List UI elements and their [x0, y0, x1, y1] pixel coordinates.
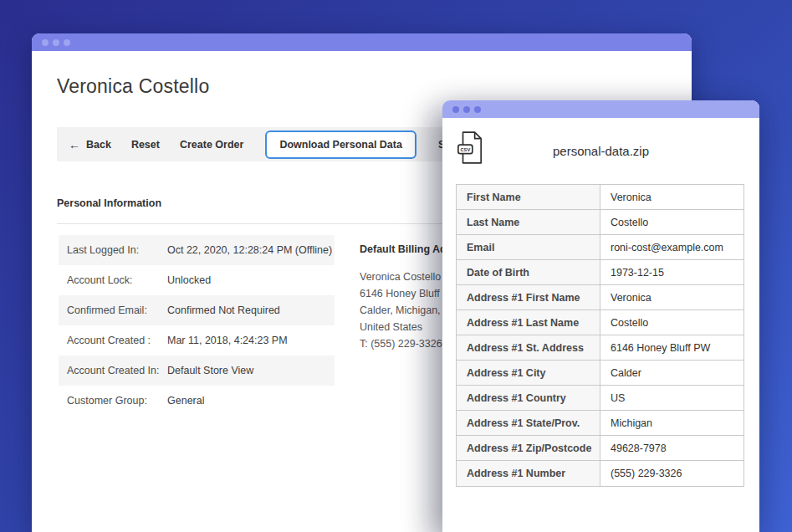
field-value: 49628-7978: [600, 436, 743, 460]
table-row: Address #1 First Name Veronica: [457, 285, 743, 310]
field-value: Veronica: [600, 285, 743, 309]
field-label: Address #1 Country: [457, 386, 600, 410]
window-dot-icon: [474, 106, 481, 113]
info-label: Customer Group:: [59, 395, 167, 407]
field-label: Date of Birth: [457, 260, 600, 284]
field-label: Address #1 St. Address: [457, 335, 600, 360]
table-row: Account Created In: Default Store View: [59, 356, 335, 386]
table-row: Confirmed Email: Confirmed Not Required: [59, 295, 335, 325]
field-value: US: [600, 386, 743, 410]
info-value: General: [167, 395, 204, 407]
table-row: Address #1 Zip/Postcode 49628-7978: [457, 436, 743, 461]
field-value: roni-cost@example.com: [600, 235, 743, 259]
window-dot-icon: [64, 39, 70, 46]
info-value: Default Store View: [167, 365, 253, 376]
arrow-left-icon: ←: [69, 138, 80, 151]
field-value: (555) 229-3326: [600, 461, 743, 486]
info-label: Last Logged In:: [59, 244, 167, 256]
window-dot-icon: [42, 39, 49, 46]
field-label: Address #1 City: [457, 361, 600, 385]
field-label: Address #1 Zip/Postcode: [457, 436, 600, 460]
download-personal-data-button[interactable]: Download Personal Data: [265, 130, 416, 159]
back-button[interactable]: ← Back: [69, 138, 111, 151]
window-dot-icon: [463, 106, 470, 113]
field-label: Address #1 Last Name: [457, 310, 600, 335]
window-dot-icon: [452, 106, 459, 113]
file-name-title: personal-data.zip: [442, 143, 759, 160]
field-label: Address #1 State/Prov.: [457, 411, 600, 435]
back-button-label: Back: [86, 139, 111, 151]
table-row: Address #1 Last Name Costello: [457, 310, 743, 335]
info-value: Mar 11, 2018, 4:24:23 PM: [167, 335, 288, 346]
field-label: Address #1 Number: [457, 461, 600, 486]
personal-data-table: First Name Veronica Last Name Costello E…: [456, 184, 744, 487]
personal-data-preview-window: CSV personal-data.zip First Name Veronic…: [442, 100, 759, 532]
table-row: Customer Group: General: [59, 386, 335, 416]
table-row: Address #1 Country US: [457, 386, 743, 411]
window-titlebar: [32, 33, 692, 51]
reset-button[interactable]: Reset: [131, 139, 160, 151]
field-value: Veronica: [600, 185, 743, 209]
window-dot-icon: [53, 39, 59, 46]
table-row: Account Lock: Unlocked: [59, 265, 335, 295]
info-label: Account Created In:: [59, 365, 167, 376]
table-row: Address #1 Number (555) 229-3326: [457, 461, 743, 486]
window-titlebar: [442, 100, 759, 118]
info-value: Unlocked: [167, 274, 211, 286]
info-value: Confirmed Not Required: [167, 304, 280, 316]
field-label: Address #1 First Name: [457, 285, 600, 309]
create-order-button[interactable]: Create Order: [180, 139, 243, 151]
field-value: 6146 Honey Bluff PW: [600, 335, 743, 360]
info-label: Confirmed Email:: [59, 304, 167, 316]
table-row: Address #1 State/Prov. Michigan: [457, 411, 743, 436]
field-value: Costello: [600, 210, 743, 234]
field-label: Email: [457, 235, 600, 259]
table-row: Address #1 City Calder: [457, 361, 743, 386]
personal-information-table: Last Logged In: Oct 22, 2020, 12:28:24 P…: [59, 235, 335, 416]
table-row: Account Created : Mar 11, 2018, 4:24:23 …: [59, 325, 335, 356]
field-label: First Name: [457, 185, 600, 209]
field-value: Calder: [600, 361, 743, 385]
field-value: Costello: [600, 310, 743, 335]
table-row: Last Logged In: Oct 22, 2020, 12:28:24 P…: [59, 235, 335, 265]
info-value: Oct 22, 2020, 12:28:24 PM (Offline): [167, 244, 332, 256]
table-row: Last Name Costello: [457, 210, 743, 235]
table-row: Address #1 St. Address 6146 Honey Bluff …: [457, 335, 743, 361]
field-value: 1973-12-15: [600, 260, 743, 284]
page-title: Veronica Costello: [57, 74, 209, 99]
info-label: Account Created :: [59, 335, 167, 346]
personal-information-heading: Personal Information: [57, 197, 161, 209]
info-label: Account Lock:: [59, 274, 167, 286]
table-row: Email roni-cost@example.com: [457, 235, 743, 260]
table-row: First Name Veronica: [457, 185, 743, 210]
field-value: Michigan: [600, 411, 743, 435]
table-row: Date of Birth 1973-12-15: [457, 260, 743, 285]
field-label: Last Name: [457, 210, 600, 234]
